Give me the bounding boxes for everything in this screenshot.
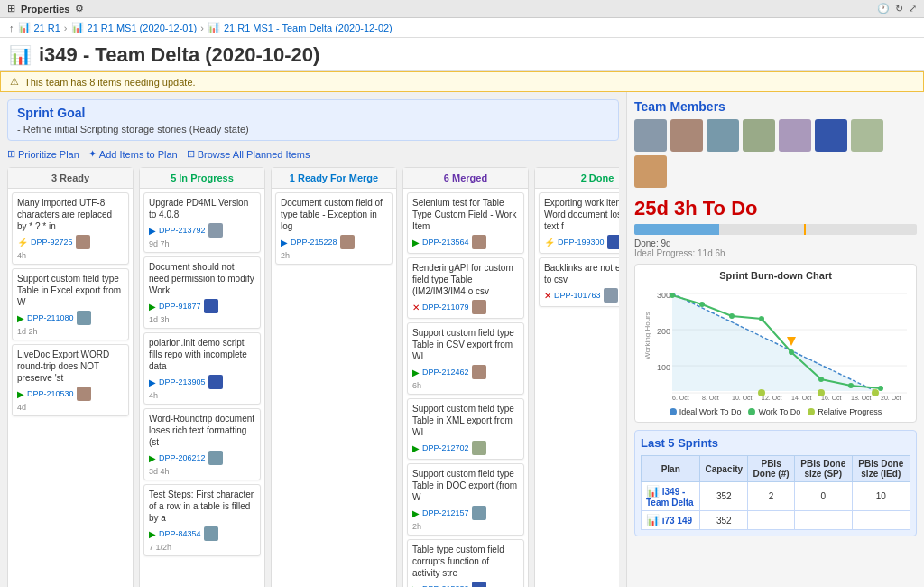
card-id[interactable]: DPP-206212: [159, 453, 206, 462]
team-avatar-1[interactable]: [670, 119, 703, 152]
page-header-icon: 📊: [9, 44, 32, 66]
kanban-card[interactable]: RenderingAPI for custom field type Table…: [407, 257, 524, 319]
card-id[interactable]: DPP-211080: [27, 313, 74, 322]
prioritize-plan-button[interactable]: ⊞ Prioritize Plan: [7, 148, 79, 160]
card-footer: ▶DPP-213564: [412, 235, 519, 249]
kanban-card[interactable]: Document custom field of type table - Ex…: [275, 192, 393, 265]
kanban-col-merged: 6 MergedSelenium test for Table Type Cus…: [402, 167, 529, 587]
breadcrumb-back-icon[interactable]: ↑: [9, 23, 14, 33]
card-id[interactable]: DPP-212462: [422, 368, 469, 377]
team-avatar-2[interactable]: [707, 119, 739, 152]
svg-point-19: [729, 313, 735, 319]
kanban-col-ready: 3 ReadyMany imported UTF-8 characters ar…: [7, 167, 134, 587]
kanban-board: 3 ReadyMany imported UTF-8 characters ar…: [7, 167, 619, 587]
kanban-card[interactable]: Backlinks are not exported to csv✕DPP-10…: [539, 257, 619, 307]
svg-point-20: [759, 316, 764, 321]
card-id[interactable]: DPP-210530: [27, 389, 74, 398]
card-id[interactable]: DPP-213905: [159, 377, 206, 387]
top-bar: ⊞ Properties ⚙ 🕐 ↻ ⤢: [0, 0, 924, 18]
card-id[interactable]: DPP-199300: [558, 238, 605, 247]
team-avatar-3[interactable]: [743, 119, 775, 152]
todo-section: 25d 3h To Do Done: 9d Ideal Progress: 11…: [634, 197, 917, 258]
kanban-card[interactable]: Word-Roundtrip document loses rich text …: [143, 408, 261, 480]
kanban-card[interactable]: Exporting work item to Word document los…: [539, 192, 619, 254]
svg-text:100: 100: [657, 363, 670, 372]
kanban-col-body-ready: Many imported UTF-8 characters are repla…: [8, 189, 133, 420]
kanban-card[interactable]: Many imported UTF-8 characters are repla…: [12, 192, 129, 265]
warning-icon: ⚠: [10, 76, 19, 88]
sprint-done-cell: 2: [748, 482, 795, 511]
svg-text:8. Oct: 8. Oct: [702, 395, 719, 401]
kanban-card[interactable]: Upgrade PD4ML Version to 4.0.8▶DPP-21379…: [143, 192, 261, 253]
main-content: Sprint Goal - Refine initial Scripting s…: [0, 92, 924, 587]
done-label: Done: 9d: [634, 238, 917, 248]
clock-icon[interactable]: 🕐: [877, 3, 890, 14]
card-footer: ▶DPP-213792: [149, 223, 255, 238]
card-title: Document custom field of type table - Ex…: [281, 197, 387, 232]
team-members-title: Team Members: [634, 99, 917, 114]
card-id[interactable]: DPP-84354: [159, 529, 201, 538]
svg-text:14. Oct: 14. Oct: [791, 395, 812, 401]
card-title: Test Steps: First character of a row in …: [149, 489, 255, 524]
sprint-plan-cell[interactable]: 📊 i349 - Team Delta: [642, 482, 700, 511]
sprint-sp-cell: 0: [795, 482, 853, 511]
kanban-col-body-inprogress: Upgrade PD4ML Version to 4.0.8▶DPP-21379…: [140, 189, 264, 560]
kanban-col-readymerge: 1 Ready For MergeDocument custom field o…: [271, 167, 397, 587]
card-icon: ▶: [149, 226, 156, 236]
kanban-card[interactable]: Support custom field type Table in CSV e…: [407, 322, 524, 395]
progress-bar: [634, 224, 917, 235]
team-avatar-4[interactable]: [779, 119, 811, 152]
breadcrumb-item-2[interactable]: 21 R1 MS1 (2020-12-01): [88, 23, 198, 33]
kanban-card[interactable]: Support custom field type Table in DOC e…: [407, 463, 524, 536]
card-avatar: [204, 299, 218, 313]
sprint-row: 📊 i73 149352: [642, 511, 910, 530]
card-id[interactable]: DPP-212157: [422, 508, 469, 517]
card-id[interactable]: DPP-213564: [422, 238, 469, 247]
card-footer: ▶DPP-212462: [412, 365, 519, 379]
card-id[interactable]: DPP-92725: [31, 238, 73, 247]
refresh-icon[interactable]: ↻: [895, 3, 903, 14]
kanban-card[interactable]: LiveDoc Export WORD round-trip does NOT …: [12, 344, 129, 416]
team-avatar-5[interactable]: [815, 119, 847, 152]
breadcrumb-item-3[interactable]: 21 R1 MS1 - Team Delta (2020-12-02): [224, 23, 393, 33]
card-id[interactable]: DPP-212702: [422, 443, 469, 452]
kanban-card[interactable]: Test Steps: First character of a row in …: [143, 484, 261, 556]
col-done-sp: PBIs Done size (SP): [795, 456, 853, 482]
breadcrumb-item-1[interactable]: 21 R1: [34, 23, 60, 33]
settings-icon[interactable]: ⚙: [75, 3, 84, 14]
page-title: i349 - Team Delta (2020-10-20): [39, 43, 319, 67]
add-items-button[interactable]: ✦ Add Items to Plan: [88, 148, 178, 160]
card-avatar: [472, 441, 486, 455]
svg-marker-28: [787, 337, 796, 346]
kanban-card[interactable]: Document should not need permission to m…: [143, 256, 261, 329]
kanban-card[interactable]: Support custom field type Table in Excel…: [12, 268, 129, 340]
card-footer: ▶DPP-211080: [17, 311, 124, 325]
card-footer: ▶DPP-212702: [412, 441, 519, 455]
card-footer: ⚡DPP-92725: [17, 235, 124, 249]
sprint-capacity-cell: 352: [700, 511, 748, 530]
legend-dot-workto: [748, 408, 755, 415]
card-time: 6h: [412, 381, 519, 390]
card-id[interactable]: DPP-91877: [159, 302, 201, 311]
card-id[interactable]: DPP-215228: [291, 238, 337, 247]
team-avatar-6[interactable]: [851, 119, 883, 152]
card-title: Exporting work item to Word document los…: [544, 197, 619, 232]
card-id[interactable]: DPP-211079: [422, 303, 469, 312]
card-footer: ▶DPP-212157: [412, 506, 519, 520]
top-bar-title: Properties: [21, 4, 69, 14]
properties-icon: ⊞: [7, 3, 15, 14]
kanban-card[interactable]: Selenium test for Table Type Custom Fiel…: [407, 192, 524, 254]
kanban-card[interactable]: Support custom field type Table in XML e…: [407, 398, 524, 460]
expand-icon[interactable]: ⤢: [909, 3, 917, 14]
card-id[interactable]: DPP-213792: [159, 226, 206, 235]
browse-all-button[interactable]: ⊡ Browse All Planned Items: [187, 148, 310, 160]
team-avatar-7[interactable]: [634, 155, 667, 188]
prioritize-label: Prioritize Plan: [18, 149, 79, 160]
team-avatar-0[interactable]: [634, 119, 667, 152]
kanban-card[interactable]: Table type custom field corrupts functio…: [407, 539, 524, 587]
kanban-card[interactable]: polarion.init demo script fills repo wit…: [143, 332, 261, 405]
sprint-plan-cell[interactable]: 📊 i73 149: [642, 511, 700, 530]
card-id[interactable]: DPP-101763: [554, 291, 601, 300]
sprint-done-cell: [748, 511, 795, 530]
sprint-ied-cell: 10: [852, 482, 910, 511]
